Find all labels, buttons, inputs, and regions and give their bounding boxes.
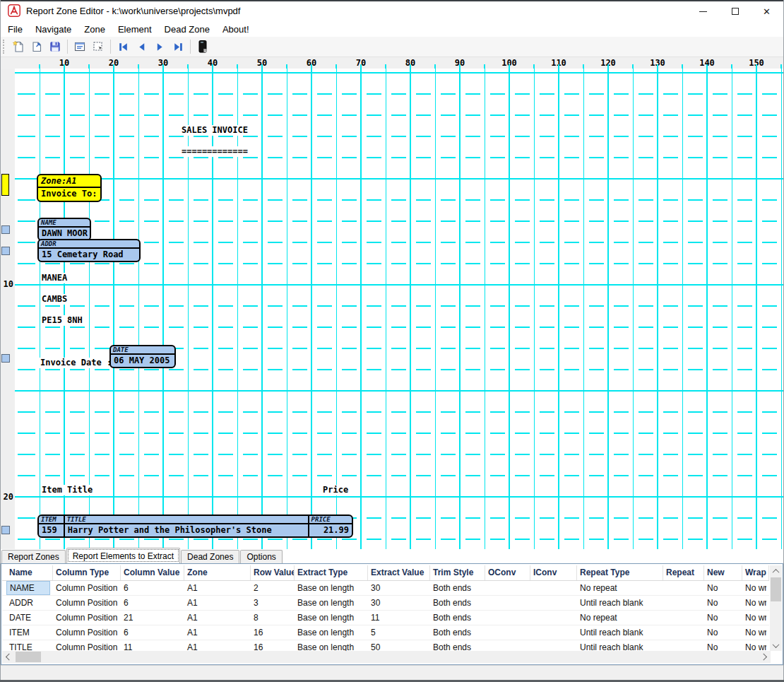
title-bar: Report Zone Editor - k:\work\universe\pr… xyxy=(0,0,784,21)
element-marker[interactable] xyxy=(1,354,10,363)
cell-iconv xyxy=(530,611,574,625)
field-label: TITLE xyxy=(65,516,308,524)
open-document-icon xyxy=(30,40,43,53)
cell-wrap: No wrap xyxy=(742,581,766,595)
element-marker[interactable] xyxy=(1,225,10,234)
grid-line xyxy=(756,69,757,549)
save-button[interactable] xyxy=(46,38,64,55)
minimize-button[interactable] xyxy=(687,1,719,21)
nav-previous-icon xyxy=(136,41,148,53)
nav-next-button[interactable] xyxy=(150,38,169,55)
element-marker[interactable] xyxy=(1,526,10,534)
report-text: MANEA xyxy=(41,273,68,283)
nav-last-button[interactable] xyxy=(169,38,187,55)
cell-new: No xyxy=(704,640,740,651)
menu-item-navigate[interactable]: Navigate xyxy=(29,23,78,36)
field-box-addr[interactable]: ADDR15 Cemetary Road xyxy=(37,239,141,262)
column-header-column-type[interactable]: Column Type xyxy=(53,565,121,580)
zone-title: Zone:A1 xyxy=(38,175,100,188)
cell-new: No xyxy=(704,611,740,625)
grid-line xyxy=(657,69,658,549)
table-row[interactable]: ADDRColumn Position6A13Base on length30B… xyxy=(2,596,769,611)
column-header-extract-type[interactable]: Extract Type xyxy=(295,565,368,580)
zone-box[interactable]: Zone:A1Invoice To: xyxy=(37,174,102,202)
cell-trim-style: Both ends xyxy=(430,596,482,610)
scroll-left-button[interactable] xyxy=(2,651,14,663)
dead-zone-tool-icon xyxy=(196,40,209,54)
column-header-new[interactable]: New xyxy=(704,565,742,580)
vertical-scroll-thumb[interactable] xyxy=(771,577,781,601)
preview-button[interactable] xyxy=(89,38,107,55)
grid-line xyxy=(360,69,362,549)
grid-line xyxy=(138,69,139,549)
cell-column-type: Column Position xyxy=(53,596,118,610)
menu-item-zone[interactable]: Zone xyxy=(78,23,112,36)
table-row[interactable]: TITLEColumn Position11A116Base on length… xyxy=(2,640,769,651)
column-header-trim-style[interactable]: Trim Style xyxy=(430,565,485,580)
tab-report-zones[interactable]: Report Zones xyxy=(1,550,66,563)
cell-wrap: No wrap xyxy=(742,625,766,640)
table-row[interactable]: NAMEColumn Position6A12Base on length30B… xyxy=(2,581,769,596)
cell-repeat-type: Until reach blank xyxy=(577,596,660,610)
toolbar xyxy=(0,37,784,57)
cell-column-value: 6 xyxy=(121,625,182,640)
item-row-group[interactable]: ITEM159TITLEHarry Potter and the Philoso… xyxy=(37,515,353,538)
column-header-zone[interactable]: Zone xyxy=(184,565,251,580)
field-box-price[interactable]: PRICE21.99 xyxy=(308,516,352,536)
grid-line xyxy=(15,496,784,498)
cell-row-value: 2 xyxy=(251,581,292,595)
nav-first-icon xyxy=(117,41,129,53)
tab-options[interactable]: Options xyxy=(240,550,282,563)
dead-zone-tool-button[interactable] xyxy=(194,38,212,55)
field-box-title[interactable]: TITLEHarry Potter and the Philosopher's … xyxy=(64,516,308,536)
column-header-repeat[interactable]: Repeat xyxy=(663,565,704,580)
scroll-up-button[interactable] xyxy=(770,565,782,577)
row-gutter xyxy=(0,69,15,549)
column-header-wrap[interactable]: Wrap xyxy=(742,565,769,580)
cell-repeat xyxy=(663,640,701,651)
menu-item-about[interactable]: About! xyxy=(216,23,256,36)
field-value: 06 MAY 2005 xyxy=(111,355,174,367)
column-header-row-value[interactable]: Row Value xyxy=(251,565,295,580)
zone-marker[interactable] xyxy=(1,174,9,196)
cell-row-value: 3 xyxy=(251,596,292,610)
maximize-button[interactable] xyxy=(719,1,751,21)
report-window-icon xyxy=(73,40,86,53)
column-header-oconv[interactable]: OConv xyxy=(485,565,530,580)
bottom-tab-strip: Report ZonesReport Elements to ExtractDe… xyxy=(0,549,784,563)
column-header-extract-value[interactable]: Extract Value xyxy=(368,565,430,580)
report-canvas[interactable]: SALES INVOICE=============MANEACAMBSPE15… xyxy=(0,69,784,549)
grid-line xyxy=(15,263,784,264)
elements-table-panel: NameColumn TypeColumn ValueZoneRow Value… xyxy=(1,563,783,665)
menu-item-dead-zone[interactable]: Dead Zone xyxy=(158,23,216,36)
scroll-down-button[interactable] xyxy=(770,640,782,651)
nav-previous-button[interactable] xyxy=(132,38,150,55)
nav-first-button[interactable] xyxy=(114,38,132,55)
field-box-date[interactable]: DATE06 MAY 2005 xyxy=(109,345,176,368)
column-header-iconv[interactable]: IConv xyxy=(530,565,577,580)
cell-zone: A1 xyxy=(184,596,248,610)
field-box-name[interactable]: NAMEDAWN MOOR xyxy=(37,218,91,241)
column-header-repeat-type[interactable]: Repeat Type xyxy=(577,565,663,580)
report-properties-button[interactable] xyxy=(71,38,89,55)
column-header-column-value[interactable]: Column Value xyxy=(121,565,184,580)
table-row[interactable]: ITEMColumn Position6A116Base on length5B… xyxy=(2,625,769,640)
new-report-button[interactable] xyxy=(9,38,28,55)
grid-line xyxy=(15,284,784,286)
tab-dead-zones[interactable]: Dead Zones xyxy=(181,550,239,563)
scroll-right-button[interactable] xyxy=(759,651,771,663)
cell-extract-value: 50 xyxy=(368,640,427,651)
menu-item-element[interactable]: Element xyxy=(112,23,158,36)
tab-report-elements-to-extract[interactable]: Report Elements to Extract xyxy=(66,548,180,563)
column-header-name[interactable]: Name xyxy=(6,565,53,580)
close-icon: ✕ xyxy=(763,7,771,16)
cell-name: TITLE xyxy=(6,640,50,651)
open-report-button[interactable] xyxy=(28,38,46,55)
horizontal-scroll-thumb[interactable] xyxy=(16,652,41,662)
field-box-item[interactable]: ITEM159 xyxy=(39,516,64,536)
table-row[interactable]: DATEColumn Position21A18Base on length11… xyxy=(2,611,769,625)
close-button[interactable]: ✕ xyxy=(751,1,783,21)
element-marker[interactable] xyxy=(1,247,10,255)
menu-item-file[interactable]: File xyxy=(1,23,29,36)
toolbar-grip[interactable] xyxy=(3,40,6,54)
